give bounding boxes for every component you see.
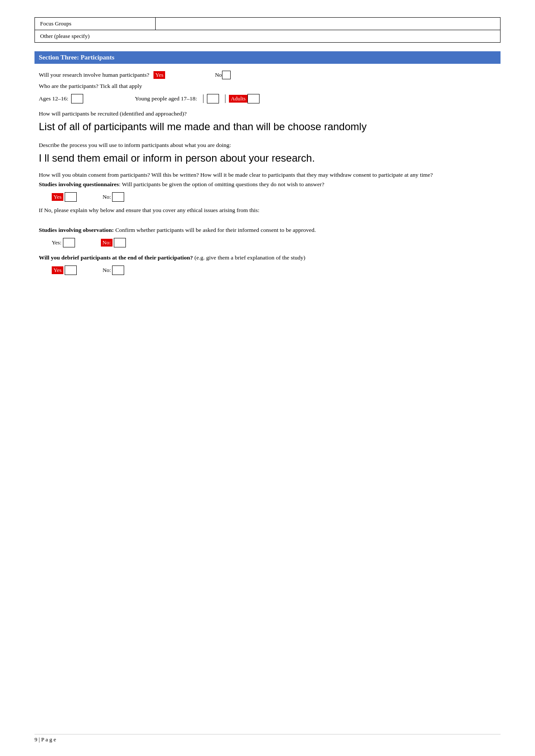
- ages-row: Ages 12–16: Young people aged 17–18: Adu…: [39, 94, 496, 103]
- q2-text: Who are the participants? Tick all that …: [39, 83, 142, 90]
- focus-groups-table: Focus Groups Other (please specify): [34, 17, 501, 43]
- q6-block: If No, please explain why below and ensu…: [39, 207, 496, 214]
- page-label: | P a g e: [39, 736, 56, 743]
- q8-yes-no-row: Yes No:: [52, 266, 496, 275]
- page-footer: 9 | P a g e: [34, 734, 501, 743]
- page-number: 9: [34, 736, 38, 743]
- vertical-separator-2: [225, 94, 225, 103]
- q1-no-label: No: [215, 72, 222, 78]
- other-specify-label: Other (please specify): [40, 33, 90, 39]
- q3-answer: List of all of participants will me made…: [39, 121, 496, 133]
- q8-debrief-label: Will you debrief participants at the end…: [39, 254, 193, 261]
- q5-yes-label: Yes: [52, 193, 63, 201]
- q4-block: Describe the process you will use to inf…: [39, 142, 496, 149]
- q5-no-checkbox[interactable]: [112, 192, 124, 202]
- q1-yes-highlighted: Yes: [153, 71, 165, 79]
- focus-groups-label: Focus Groups: [40, 20, 72, 27]
- q1-text: Will your research involve human partici…: [39, 72, 149, 78]
- q7-no-checkbox[interactable]: [114, 238, 126, 247]
- q3-block: How will participants be recruited (iden…: [39, 110, 496, 117]
- q7-observation-text: Confirm whether participants will be ask…: [115, 227, 316, 233]
- q7-yes-checkbox[interactable]: [63, 238, 75, 247]
- section-three-title: Section Three: Participants: [39, 54, 114, 61]
- q5-studies-text: : Will participants be given the option …: [119, 181, 325, 187]
- q6-text: If No, please explain why below and ensu…: [39, 207, 496, 214]
- q3-text: How will participants be recruited (iden…: [39, 110, 187, 117]
- adults-checkbox[interactable]: [247, 94, 260, 103]
- q5-studies-para: Studies involving questionnaires: Will p…: [39, 181, 496, 188]
- q7-yes-label: Yes:: [52, 239, 62, 246]
- q1-no-checkbox[interactable]: [222, 71, 231, 79]
- q4-answer: I ll send them email or inform in person…: [39, 152, 496, 165]
- q8-no-checkbox[interactable]: [112, 266, 124, 275]
- table-cell-other: Other (please specify): [35, 30, 501, 43]
- vertical-separator: [203, 94, 203, 103]
- q2-row: Who are the participants? Tick all that …: [39, 83, 496, 90]
- q8-yes-label: Yes: [52, 266, 63, 274]
- ages-label: Ages 12–16:: [39, 95, 69, 102]
- table-cell-focus-groups-right: [156, 18, 501, 30]
- q8-no-label: No:: [103, 267, 111, 274]
- q7-no-label: No:: [101, 239, 113, 247]
- young-people-label: Young people aged 17–18:: [135, 95, 197, 102]
- q7-para: Studies involving observation: Confirm w…: [39, 227, 496, 234]
- section-three-content: Will your research involve human partici…: [34, 71, 501, 275]
- adults-label-highlighted: Adults: [229, 95, 247, 103]
- ages-checkbox[interactable]: [71, 94, 83, 103]
- q8-debrief-text: (e.g. give them a brief explanation of t…: [194, 254, 305, 261]
- young-people-checkbox[interactable]: [207, 94, 219, 103]
- q5-no-label: No:: [103, 194, 111, 200]
- q5-yes-no-row: Yes No:: [52, 192, 496, 202]
- q7-block: Studies involving observation: Confirm w…: [39, 227, 496, 234]
- section-three-header: Section Three: Participants: [34, 51, 501, 64]
- q7-yes-no-row: Yes: No:: [52, 238, 496, 247]
- q5-block: How will you obtain consent from partici…: [39, 172, 496, 188]
- q8-block: Will you debrief participants at the end…: [39, 254, 496, 261]
- q7-observation-label: Studies involving observation:: [39, 227, 114, 233]
- q8-yes-checkbox[interactable]: [65, 266, 77, 275]
- page: Focus Groups Other (please specify) Sect…: [0, 0, 535, 756]
- table-cell-focus-groups: Focus Groups: [35, 18, 156, 30]
- q4-text: Describe the process you will use to inf…: [39, 142, 231, 148]
- q5-studies-label: Studies involving questionnaires: [39, 181, 119, 187]
- q8-para: Will you debrief participants at the end…: [39, 254, 496, 261]
- q5-text: How will you obtain consent from partici…: [39, 172, 496, 178]
- q1-row: Will your research involve human partici…: [39, 71, 496, 79]
- q5-yes-checkbox[interactable]: [65, 192, 77, 202]
